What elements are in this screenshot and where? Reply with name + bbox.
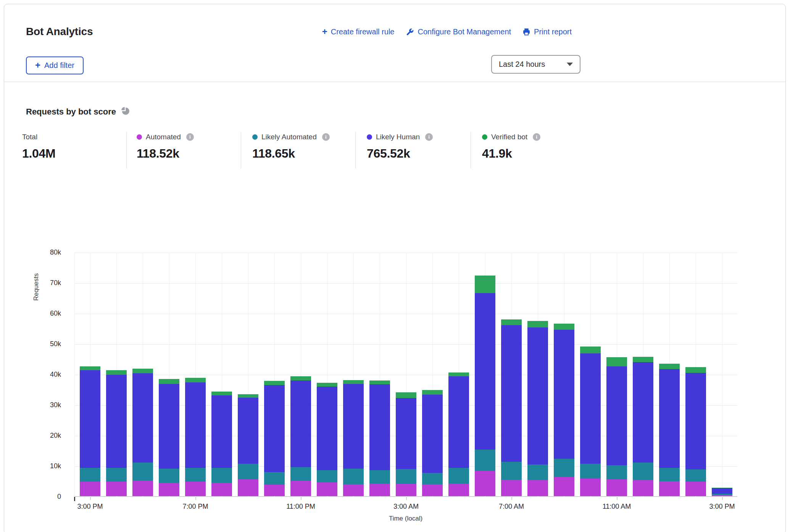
bar[interactable] [685,252,706,496]
bar-segment [264,485,285,496]
info-icon[interactable] [322,133,330,141]
bar[interactable] [606,252,627,496]
bar-segment [712,488,732,488]
bar[interactable] [132,252,153,496]
bar[interactable] [211,252,232,496]
stat-label: Verified bot [491,133,527,141]
bar-segment [712,488,732,493]
bar-segment [554,459,574,477]
bar[interactable] [369,252,390,496]
plot-area [74,253,737,497]
bar[interactable] [659,252,680,496]
bar[interactable] [185,252,206,496]
bar[interactable] [238,252,258,496]
bar[interactable] [106,252,127,496]
bar-segment [554,477,574,496]
bar-segment [317,482,337,496]
stat-likely-human: Likely Human 765.52k [367,132,433,161]
bar[interactable] [343,252,364,496]
bar[interactable] [264,252,285,496]
bar[interactable] [317,252,337,496]
stat-divider [471,132,471,168]
bar-segment [475,450,495,471]
bar-segment [343,469,364,484]
stat-label: Total [22,133,37,141]
section-title-row: Requests by bot score [26,106,130,117]
plus-icon [35,61,40,70]
add-filter-button[interactable]: Add filter [26,56,84,74]
bar[interactable] [159,252,179,496]
bar[interactable] [554,252,574,496]
gridline-vertical [74,253,75,497]
bar-segment [448,468,469,484]
x-tick-label: 11:00 PM [270,503,331,511]
y-tick-label: 20k [23,432,61,440]
time-range-select[interactable]: Last 24 hours [491,55,580,74]
bar-segment [396,392,416,398]
bar-segment [659,468,680,481]
bar-segment [606,465,627,479]
bar-segment [317,470,337,482]
stat-automated: Automated 118.52k [137,132,194,161]
bar-segment [290,376,311,380]
bar-segment [290,481,311,496]
bar[interactable] [475,252,495,496]
bar-segment [80,370,100,468]
configure-bot-management-link[interactable]: Configure Bot Management [406,27,511,36]
wrench-icon [406,28,414,36]
bar-segment [527,464,548,480]
bar[interactable] [633,252,653,496]
bar-segment [501,319,522,325]
bar-segment [422,473,443,484]
stat-divider [241,132,241,168]
bar-segment [685,469,706,482]
bar[interactable] [290,252,311,496]
bar-segment [527,480,548,496]
bar-segment [712,494,732,495]
header-divider [4,82,785,82]
bar-segment [238,479,258,496]
bar-segment [554,324,574,330]
header-actions: Create firewall rule Configure Bot Manag… [322,27,572,37]
print-report-label: Print report [534,27,572,36]
bar-segment [159,379,179,384]
x-tick-mark [722,497,723,500]
bar[interactable] [712,252,732,496]
bar-segment [211,468,232,482]
bar-segment [80,468,100,482]
bar-segment [633,357,653,362]
info-icon[interactable] [533,133,540,141]
bar-segment [501,480,522,496]
bar[interactable] [422,252,443,496]
bar[interactable] [396,252,416,496]
stat-total: Total 1.04M [22,132,55,161]
bar[interactable] [580,252,601,496]
create-firewall-rule-link[interactable]: Create firewall rule [322,27,395,37]
bar[interactable] [80,252,100,496]
print-report-link[interactable]: Print report [522,27,572,36]
bar-segment [159,483,179,496]
bar-segment [448,372,469,376]
bar-segment [106,482,127,496]
bar-segment [185,378,206,382]
stat-label: Likely Human [376,133,420,141]
x-tick-label: 7:00 PM [165,503,226,511]
bar-segment [606,366,627,465]
stat-divider [355,132,356,168]
bar-segment [343,384,364,469]
bar[interactable] [527,252,548,496]
y-tick-label: 70k [23,279,61,287]
bar-segment [475,276,495,293]
stat-value: 1.04M [22,147,55,161]
bar-segment [132,480,153,496]
info-icon[interactable] [425,133,433,141]
bar[interactable] [501,252,522,496]
bar[interactable] [448,252,469,496]
info-icon[interactable] [186,133,194,141]
axis-origin-tick [74,497,75,501]
bar-segment [580,347,601,353]
bar-segment [264,472,285,485]
page-title: Bot Analytics [26,26,93,38]
bar-segment [606,479,627,496]
time-range-value: Last 24 hours [499,60,545,69]
